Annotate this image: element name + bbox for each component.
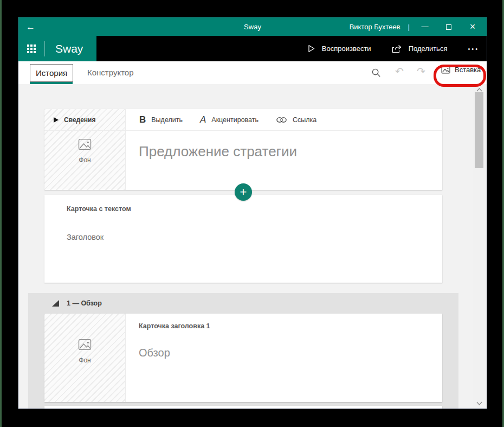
link-icon xyxy=(276,116,287,124)
app-header: Sway Воспроизвести Поделиться ••• xyxy=(18,36,487,61)
window-titlebar: ← Sway Виктор Бухтеев | — × xyxy=(18,17,487,36)
background-label: Фон xyxy=(44,356,125,364)
heading-background-dropzone[interactable]: Фон xyxy=(44,339,125,364)
text-card-type-label: Карточка с текстом xyxy=(67,205,442,213)
user-name[interactable]: Виктор Бухтеев xyxy=(350,23,400,31)
add-card-button[interactable]: + xyxy=(235,183,252,201)
heading-card-body[interactable]: Обзор xyxy=(139,347,210,359)
bold-button[interactable]: B Выделить xyxy=(139,114,183,125)
heading-card-left-panel: Фон xyxy=(44,314,126,402)
share-button[interactable]: Поделиться xyxy=(392,44,448,53)
sway-logo: Sway xyxy=(55,42,83,55)
scrollbar-thumb[interactable] xyxy=(475,92,483,168)
image-placeholder-icon xyxy=(77,138,92,150)
vertical-scrollbar[interactable] xyxy=(473,84,486,409)
collapse-triangle-icon xyxy=(52,300,59,307)
more-options-button[interactable]: ••• xyxy=(468,46,479,52)
details-label: Сведения xyxy=(64,116,95,124)
bold-icon: B xyxy=(139,114,146,125)
title-card: Сведения Фон B Выделить xyxy=(44,109,442,190)
heading-card-type-label: Карточка заголовка 1 xyxy=(139,322,210,330)
heading-card-body-panel: Карточка заголовка 1 Обзор xyxy=(126,314,210,402)
undo-icon[interactable]: ↶ xyxy=(393,65,406,78)
text-card[interactable]: Карточка с текстом Заголовок xyxy=(44,195,442,283)
share-label: Поделиться xyxy=(409,44,448,53)
story-title-input[interactable]: Предложение стратегии xyxy=(126,131,442,160)
next-card-partial xyxy=(44,406,442,409)
link-label: Ссылка xyxy=(293,116,316,124)
insert-image-icon xyxy=(441,66,450,74)
details-expander[interactable]: Сведения xyxy=(44,109,125,131)
heading-card: Фон Карточка заголовка 1 Обзор xyxy=(44,314,442,402)
accent-icon: A xyxy=(200,114,206,125)
back-arrow-icon[interactable]: ← xyxy=(26,22,35,31)
accent-button[interactable]: A Акцентировать xyxy=(200,114,259,125)
insert-label: Вставка xyxy=(455,66,481,74)
text-toolbar: B Выделить A Акцентировать Ссылка xyxy=(126,109,442,131)
app-launcher-icon[interactable] xyxy=(27,44,36,53)
insert-button[interactable]: Вставка xyxy=(441,66,481,74)
image-placeholder-icon xyxy=(77,339,92,350)
storyline-canvas: Сведения Фон B Выделить xyxy=(18,84,487,409)
app-header-actions: Воспроизвести Поделиться ••• xyxy=(96,36,487,61)
tab-design[interactable]: Конструктор xyxy=(87,61,134,84)
section-header[interactable]: 1 — Обзор xyxy=(28,293,458,314)
play-label: Воспроизвести xyxy=(322,44,371,53)
share-icon xyxy=(392,44,402,53)
play-icon xyxy=(307,44,315,53)
text-card-body[interactable]: Заголовок xyxy=(67,233,442,241)
maximize-icon xyxy=(446,24,451,30)
redo-icon[interactable]: ↷ xyxy=(415,65,428,78)
maximize-button[interactable] xyxy=(437,17,461,36)
background-dropzone[interactable]: Фон xyxy=(44,138,125,164)
tab-story[interactable]: История xyxy=(30,64,73,82)
header-divider xyxy=(44,41,45,56)
link-button[interactable]: Ссылка xyxy=(276,116,316,124)
background-label: Фон xyxy=(44,156,125,164)
titlebar-separator: | xyxy=(408,23,410,31)
app-header-brand: Sway xyxy=(18,36,96,61)
scroll-down-icon[interactable] xyxy=(473,399,486,407)
section-title: 1 — Обзор xyxy=(67,299,102,307)
ribbon-tabbar: История Конструктор ↶ ↷ Вставка xyxy=(18,61,487,84)
minimize-button[interactable]: — xyxy=(413,17,437,36)
sway-app-window: ← Sway Виктор Бухтеев | — × Sway Воспрои… xyxy=(18,17,487,409)
search-icon[interactable] xyxy=(371,68,381,78)
desktop-edge-left xyxy=(0,0,2,427)
play-button[interactable]: Воспроизвести xyxy=(307,44,371,53)
expand-triangle-icon xyxy=(54,117,59,123)
bold-label: Выделить xyxy=(151,116,183,124)
accent-label: Акцентировать xyxy=(211,116,259,124)
title-card-right-panel: B Выделить A Акцентировать Ссылка xyxy=(126,109,442,190)
section-group: 1 — Обзор Фон Карточка заголовка 1 xyxy=(28,293,458,409)
title-card-left-panel: Сведения Фон xyxy=(44,109,126,190)
close-button[interactable]: × xyxy=(461,17,484,36)
